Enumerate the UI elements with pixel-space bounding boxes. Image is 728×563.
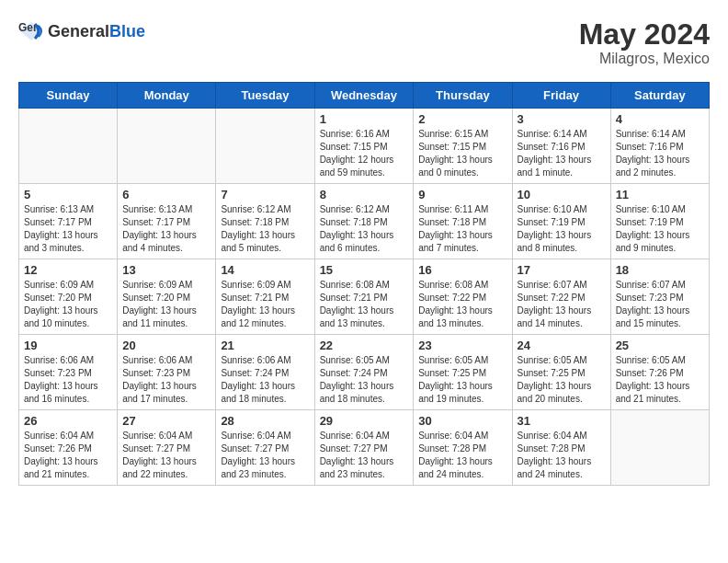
day-number: 17 <box>518 263 606 277</box>
day-number: 6 <box>122 188 210 201</box>
calendar-cell: 4Sunrise: 6:14 AMSunset: 7:16 PMDaylight… <box>610 109 709 184</box>
calendar-cell: 27Sunrise: 6:04 AMSunset: 7:27 PMDayligh… <box>118 410 216 486</box>
day-number: 8 <box>320 188 409 201</box>
month-year: May 2024 <box>579 18 710 51</box>
logo: Gen GeneralBlue <box>18 18 145 44</box>
day-info: Sunrise: 6:04 AMSunset: 7:28 PMDaylight:… <box>418 430 506 481</box>
calendar-cell: 20Sunrise: 6:06 AMSunset: 7:23 PMDayligh… <box>118 335 216 410</box>
day-number: 19 <box>24 339 112 352</box>
day-number: 26 <box>24 414 112 428</box>
day-info: Sunrise: 6:09 AMSunset: 7:21 PMDaylight:… <box>221 279 309 330</box>
weekday-header: Friday <box>512 83 610 109</box>
logo-blue: Blue <box>109 22 145 41</box>
day-number: 13 <box>122 263 210 277</box>
calendar-cell: 25Sunrise: 6:05 AMSunset: 7:26 PMDayligh… <box>610 335 709 410</box>
day-info: Sunrise: 6:04 AMSunset: 7:27 PMDaylight:… <box>221 430 309 481</box>
day-info: Sunrise: 6:05 AMSunset: 7:26 PMDaylight:… <box>616 354 704 406</box>
day-info: Sunrise: 6:07 AMSunset: 7:22 PMDaylight:… <box>518 279 606 330</box>
day-number: 14 <box>221 263 309 277</box>
day-info: Sunrise: 6:10 AMSunset: 7:19 PMDaylight:… <box>616 203 704 255</box>
day-info: Sunrise: 6:15 AMSunset: 7:15 PMDaylight:… <box>418 128 506 179</box>
calendar-week-row: 26Sunrise: 6:04 AMSunset: 7:26 PMDayligh… <box>19 410 710 486</box>
day-info: Sunrise: 6:11 AMSunset: 7:18 PMDaylight:… <box>418 203 506 255</box>
day-number: 10 <box>518 188 606 201</box>
calendar-cell: 22Sunrise: 6:05 AMSunset: 7:24 PMDayligh… <box>314 335 414 410</box>
day-info: Sunrise: 6:12 AMSunset: 7:18 PMDaylight:… <box>320 203 409 255</box>
day-number: 3 <box>518 112 606 126</box>
calendar-cell: 19Sunrise: 6:06 AMSunset: 7:23 PMDayligh… <box>19 335 118 410</box>
logo-general: General <box>48 22 109 41</box>
day-info: Sunrise: 6:08 AMSunset: 7:22 PMDaylight:… <box>418 279 506 330</box>
day-number: 7 <box>221 188 309 201</box>
day-info: Sunrise: 6:09 AMSunset: 7:20 PMDaylight:… <box>122 279 210 330</box>
day-number: 9 <box>418 188 506 201</box>
day-number: 16 <box>418 263 506 277</box>
day-info: Sunrise: 6:06 AMSunset: 7:23 PMDaylight:… <box>122 354 210 406</box>
day-info: Sunrise: 6:07 AMSunset: 7:23 PMDaylight:… <box>616 279 704 330</box>
calendar-cell <box>118 109 216 184</box>
calendar-cell: 11Sunrise: 6:10 AMSunset: 7:19 PMDayligh… <box>610 184 709 259</box>
calendar-cell: 31Sunrise: 6:04 AMSunset: 7:28 PMDayligh… <box>512 410 610 486</box>
calendar-cell <box>610 410 709 486</box>
calendar-cell: 28Sunrise: 6:04 AMSunset: 7:27 PMDayligh… <box>216 410 314 486</box>
day-info: Sunrise: 6:14 AMSunset: 7:16 PMDaylight:… <box>518 128 606 179</box>
day-info: Sunrise: 6:10 AMSunset: 7:19 PMDaylight:… <box>518 203 606 255</box>
calendar-cell: 16Sunrise: 6:08 AMSunset: 7:22 PMDayligh… <box>414 259 512 335</box>
day-info: Sunrise: 6:06 AMSunset: 7:23 PMDaylight:… <box>24 354 112 406</box>
calendar-cell: 30Sunrise: 6:04 AMSunset: 7:28 PMDayligh… <box>414 410 512 486</box>
calendar-week-row: 12Sunrise: 6:09 AMSunset: 7:20 PMDayligh… <box>19 259 710 335</box>
calendar-cell: 3Sunrise: 6:14 AMSunset: 7:16 PMDaylight… <box>512 109 610 184</box>
day-info: Sunrise: 6:04 AMSunset: 7:27 PMDaylight:… <box>320 430 409 481</box>
day-info: Sunrise: 6:13 AMSunset: 7:17 PMDaylight:… <box>122 203 210 255</box>
day-number: 12 <box>24 263 112 277</box>
day-info: Sunrise: 6:05 AMSunset: 7:24 PMDaylight:… <box>320 354 409 406</box>
day-number: 25 <box>616 339 704 352</box>
calendar-cell: 13Sunrise: 6:09 AMSunset: 7:20 PMDayligh… <box>118 259 216 335</box>
day-number: 11 <box>616 188 704 201</box>
calendar-cell: 8Sunrise: 6:12 AMSunset: 7:18 PMDaylight… <box>314 184 414 259</box>
weekday-header: Sunday <box>19 83 118 109</box>
calendar-cell: 7Sunrise: 6:12 AMSunset: 7:18 PMDaylight… <box>216 184 314 259</box>
day-number: 28 <box>221 414 309 428</box>
calendar-cell: 12Sunrise: 6:09 AMSunset: 7:20 PMDayligh… <box>19 259 118 335</box>
calendar-cell: 17Sunrise: 6:07 AMSunset: 7:22 PMDayligh… <box>512 259 610 335</box>
calendar-cell: 15Sunrise: 6:08 AMSunset: 7:21 PMDayligh… <box>314 259 414 335</box>
day-info: Sunrise: 6:05 AMSunset: 7:25 PMDaylight:… <box>518 354 606 406</box>
title-block: May 2024 Milagros, Mexico <box>579 18 710 67</box>
logo-icon: Gen <box>18 18 44 44</box>
weekday-header: Thursday <box>414 83 512 109</box>
page-header: Gen GeneralBlue May 2024 Milagros, Mexic… <box>18 18 710 67</box>
calendar-cell: 14Sunrise: 6:09 AMSunset: 7:21 PMDayligh… <box>216 259 314 335</box>
day-info: Sunrise: 6:08 AMSunset: 7:21 PMDaylight:… <box>320 279 409 330</box>
calendar-cell <box>19 109 118 184</box>
day-info: Sunrise: 6:13 AMSunset: 7:17 PMDaylight:… <box>24 203 112 255</box>
day-number: 21 <box>221 339 309 352</box>
weekday-header: Tuesday <box>216 83 314 109</box>
day-number: 31 <box>518 414 606 428</box>
day-info: Sunrise: 6:06 AMSunset: 7:24 PMDaylight:… <box>221 354 309 406</box>
day-info: Sunrise: 6:04 AMSunset: 7:28 PMDaylight:… <box>518 430 606 481</box>
calendar-week-row: 1Sunrise: 6:16 AMSunset: 7:15 PMDaylight… <box>19 109 710 184</box>
day-number: 4 <box>616 112 704 126</box>
day-info: Sunrise: 6:04 AMSunset: 7:26 PMDaylight:… <box>24 430 112 481</box>
weekday-header: Wednesday <box>314 83 414 109</box>
calendar-cell: 6Sunrise: 6:13 AMSunset: 7:17 PMDaylight… <box>118 184 216 259</box>
calendar-header-row: SundayMondayTuesdayWednesdayThursdayFrid… <box>19 83 710 109</box>
calendar-cell: 21Sunrise: 6:06 AMSunset: 7:24 PMDayligh… <box>216 335 314 410</box>
weekday-header: Monday <box>118 83 216 109</box>
day-number: 23 <box>418 339 506 352</box>
day-number: 24 <box>518 339 606 352</box>
location: Milagros, Mexico <box>579 51 710 67</box>
day-number: 22 <box>320 339 409 352</box>
calendar-cell: 1Sunrise: 6:16 AMSunset: 7:15 PMDaylight… <box>314 109 414 184</box>
calendar-cell: 18Sunrise: 6:07 AMSunset: 7:23 PMDayligh… <box>610 259 709 335</box>
calendar-week-row: 19Sunrise: 6:06 AMSunset: 7:23 PMDayligh… <box>19 335 710 410</box>
day-number: 15 <box>320 263 409 277</box>
calendar-cell: 5Sunrise: 6:13 AMSunset: 7:17 PMDaylight… <box>19 184 118 259</box>
day-info: Sunrise: 6:04 AMSunset: 7:27 PMDaylight:… <box>122 430 210 481</box>
day-number: 2 <box>418 112 506 126</box>
calendar-cell: 9Sunrise: 6:11 AMSunset: 7:18 PMDaylight… <box>414 184 512 259</box>
day-number: 5 <box>24 188 112 201</box>
day-info: Sunrise: 6:05 AMSunset: 7:25 PMDaylight:… <box>418 354 506 406</box>
day-number: 20 <box>122 339 210 352</box>
